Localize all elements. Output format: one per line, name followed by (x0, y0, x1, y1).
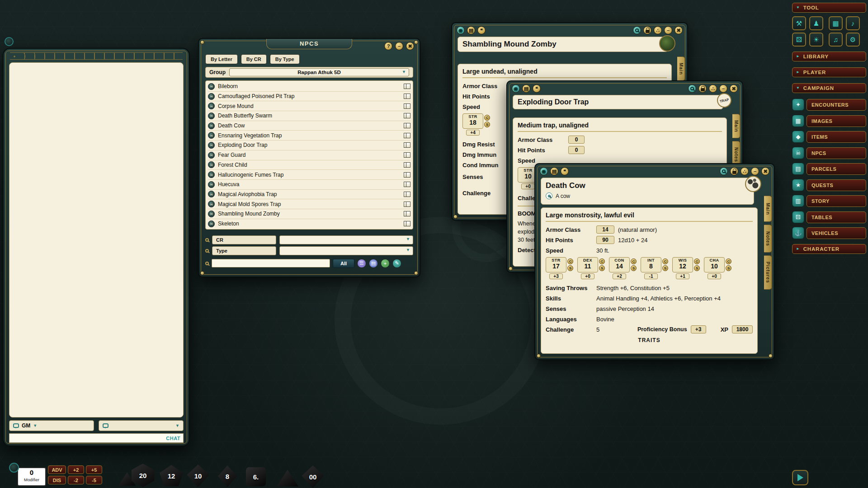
tab-main[interactable]: Main (764, 196, 772, 222)
eye-icon[interactable]: ◉ (540, 167, 548, 175)
plus2-button[interactable]: +2 (68, 465, 84, 474)
share-icon[interactable]: ∴ (654, 26, 662, 34)
lock-icon[interactable] (643, 26, 651, 34)
open-record-icon[interactable] (404, 94, 410, 99)
menu-button[interactable]: ☰ (357, 259, 366, 268)
record-title[interactable]: Death Cow (546, 180, 749, 192)
zoom-icon[interactable] (688, 84, 696, 93)
hp-value[interactable]: 0 (568, 146, 585, 154)
all-filter-button[interactable]: All (333, 259, 354, 268)
ac-value[interactable]: 14 (596, 225, 614, 234)
ability-score-box[interactable]: WIS12 (672, 257, 693, 272)
record-title[interactable]: Shambling Mound Zomby (462, 40, 557, 49)
record-title[interactable]: Exploding Door Trap (518, 98, 589, 106)
tab-notes[interactable]: Notes (764, 225, 772, 253)
chat-log[interactable] (9, 62, 184, 418)
images-icon[interactable]: ▦ (792, 115, 804, 127)
help-icon[interactable]: ? (384, 42, 392, 50)
d4-die[interactable] (277, 469, 298, 487)
tool-build-icon[interactable]: ⚒ (792, 16, 806, 30)
tool-party-icon[interactable]: ♟ (809, 16, 823, 30)
minimize-icon[interactable]: – (395, 42, 403, 50)
xp-value[interactable]: 1800 (732, 325, 753, 333)
add-record-button[interactable]: + (381, 259, 390, 268)
adv-button[interactable]: ADV (48, 465, 66, 474)
type-filter-label[interactable]: Type (212, 246, 276, 255)
ability-mod-button[interactable]: +0 (581, 273, 594, 279)
chat-input[interactable] (12, 435, 166, 441)
ability-score-box[interactable]: INT8 (641, 257, 661, 272)
tool-sound-icon[interactable]: ♫ (829, 33, 843, 47)
check-roll-button[interactable]: C (662, 258, 668, 264)
sidebar-item-story[interactable]: STORY (807, 195, 866, 207)
ac-value[interactable]: 0 (568, 136, 585, 144)
npc-list-item[interactable]: ☠Magical Mold Spores Trap (208, 199, 410, 209)
npc-list-item[interactable]: ☠Death Butterfly Swarm (208, 111, 410, 121)
d8-die[interactable]: 8 (216, 465, 239, 487)
chat-identity-dropdown[interactable]: GM ▼ (9, 420, 94, 431)
play-button[interactable] (792, 470, 808, 485)
ability-score-box[interactable]: CHA10 (704, 257, 725, 272)
ability-mod-button[interactable]: +3 (549, 273, 563, 279)
sidebar-item-images[interactable]: IMAGES (807, 115, 866, 127)
open-record-icon[interactable] (404, 221, 410, 226)
npc-list-item[interactable]: ☠Hallucinogenic Fumes Trap (208, 170, 410, 180)
sidebar-item-items[interactable]: ITEMS (807, 131, 866, 143)
player-section-header[interactable]: ► PLAYER (792, 67, 866, 77)
tool-dice-icon[interactable]: ⚄ (792, 33, 806, 47)
window-titlebar[interactable]: ◉ ▤ ❝ ∴ – ✖ (457, 25, 683, 35)
npc-list-item[interactable]: ☠Fear Guard (208, 150, 410, 160)
ability-score-box[interactable]: STR 18 (462, 113, 483, 129)
npc-list-item[interactable]: ☠Camouflaged Poisoned Pit Trap (208, 92, 410, 102)
book-icon[interactable]: ▤ (467, 26, 475, 34)
check-roll-button[interactable]: C (567, 258, 573, 264)
save-roll-button[interactable]: S (662, 265, 668, 271)
open-record-icon[interactable] (404, 103, 410, 109)
npc-list-item[interactable]: ☠Death Cow (208, 121, 410, 131)
modifier-stack-icon[interactable] (9, 463, 19, 473)
open-record-icon[interactable] (404, 152, 410, 158)
tables-icon[interactable]: ⚄ (792, 211, 804, 223)
save-roll-button[interactable]: S (484, 122, 490, 127)
proficiency-bonus-value[interactable]: +3 (691, 325, 706, 333)
open-record-icon[interactable] (404, 211, 410, 216)
chat-output-icon[interactable]: ❝ (561, 167, 569, 175)
minimize-icon[interactable]: – (719, 84, 727, 93)
open-record-icon[interactable] (404, 202, 410, 207)
lock-icon[interactable] (698, 84, 707, 93)
npc-list-item[interactable]: ☠Corpse Mound (208, 101, 410, 111)
zoom-icon[interactable] (720, 167, 728, 175)
sidebar-item-parcels[interactable]: PARCELS (807, 163, 866, 175)
chat-mode-dropdown[interactable]: ▼ (99, 420, 184, 431)
dis-button[interactable]: DIS (48, 476, 66, 484)
edit-list-button[interactable]: ✎ (392, 259, 401, 268)
character-section-header[interactable]: ► CHARACTER (792, 244, 866, 254)
npc-list-item[interactable]: ☠Huecuva (208, 180, 410, 190)
minus5-button[interactable]: -5 (86, 476, 102, 484)
items-icon[interactable]: ◆ (792, 131, 804, 143)
ability-mod-button[interactable]: +1 (676, 273, 689, 279)
npc-list-item[interactable]: ☠Exploding Door Trap (208, 141, 410, 150)
npc-list-item[interactable]: ☠Bileborn (208, 82, 410, 92)
check-roll-button[interactable]: C (631, 258, 637, 264)
tool-lighting-icon[interactable]: ☀ (809, 33, 823, 47)
eye-icon[interactable]: ◉ (457, 26, 465, 34)
ability-mod-button[interactable]: -1 (644, 273, 658, 279)
category-button[interactable]: ▤ (369, 259, 378, 268)
sidebar-item-quests[interactable]: QUESTS (807, 179, 866, 191)
book-icon[interactable]: ▤ (522, 84, 530, 93)
tab-by-letter[interactable]: By Letter (205, 54, 238, 64)
minimize-icon[interactable]: – (664, 26, 672, 34)
tab-by-type[interactable]: By Type (270, 54, 300, 64)
lock-icon[interactable] (730, 167, 738, 175)
npc-search-input[interactable] (212, 259, 330, 267)
open-record-icon[interactable] (404, 142, 410, 148)
library-section-header[interactable]: ► LIBRARY (792, 52, 866, 61)
ability-mod-button[interactable]: +2 (613, 273, 626, 279)
close-icon[interactable]: ✖ (761, 167, 769, 175)
tab-main[interactable]: Main (677, 56, 685, 81)
save-roll-button[interactable]: S (567, 265, 573, 271)
campaign-section-header[interactable]: ▼ CAMPAIGN (792, 83, 866, 93)
encounters-icon[interactable]: ✦ (792, 99, 804, 111)
vehicles-icon[interactable]: ⚓ (792, 227, 804, 239)
